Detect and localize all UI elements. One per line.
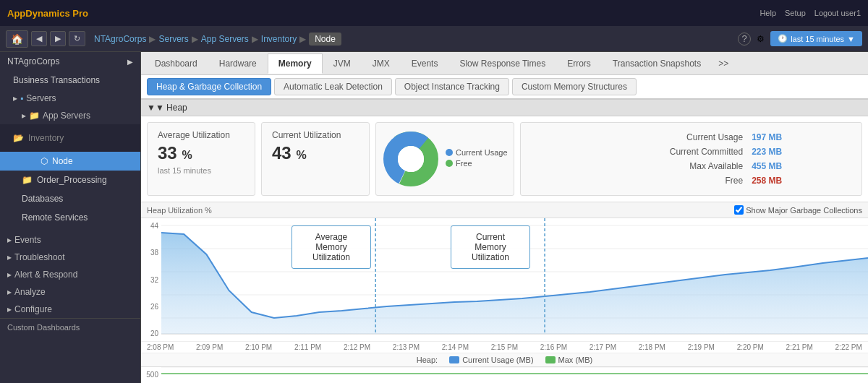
current-util-unit: % bbox=[296, 149, 306, 161]
table-row-current-committed: Current Committed 223 MB bbox=[532, 145, 850, 159]
x-label-1: 2:09 PM bbox=[196, 343, 223, 351]
sidebar-item-configure[interactable]: ▸ Configure bbox=[0, 301, 140, 318]
breadcrumb-sep2: ▶ bbox=[192, 34, 198, 44]
sidebar-item-alert-respond[interactable]: ▸ Alert & Respond bbox=[0, 266, 140, 283]
sidebar-label-remote-services: Remote Services bbox=[22, 212, 88, 223]
tab-errors[interactable]: Errors bbox=[556, 53, 602, 73]
back-button[interactable]: ◀ bbox=[31, 31, 47, 46]
breadcrumb-ntagroCorps[interactable]: NTAgroCorps bbox=[94, 34, 146, 44]
avg-utilization-card: Average Utilization 33 % last 15 minutes bbox=[147, 122, 255, 196]
arrow-icon-troubleshoot: ▸ bbox=[7, 252, 12, 262]
tab-hardware[interactable]: Hardware bbox=[208, 53, 268, 73]
avg-util-label: Average Utilization bbox=[158, 130, 244, 140]
tab-slow-response[interactable]: Slow Response Times bbox=[448, 53, 556, 73]
breadcrumb-inventory[interactable]: Inventory bbox=[261, 34, 297, 44]
chart-options: Show Major Garbage Collections bbox=[734, 205, 862, 215]
custom-dashboards[interactable]: Custom Dashboards bbox=[0, 318, 140, 336]
x-label-0: 2:08 PM bbox=[147, 343, 174, 351]
tab-snapshots[interactable]: Transaction Snapshots bbox=[602, 53, 712, 73]
time-filter-button[interactable]: 🕐 last 15 minutes ▼ bbox=[770, 31, 862, 46]
stat-label-current-committed: Current Committed bbox=[532, 145, 748, 159]
sidebar-item-troubleshoot[interactable]: ▸ Troubleshoot bbox=[0, 249, 140, 266]
time-filter-label: last 15 minutes bbox=[791, 35, 844, 43]
tab-more[interactable]: >> bbox=[712, 53, 735, 73]
current-utilization-card: Current Utilization 43 % bbox=[261, 122, 370, 196]
legend-color-current bbox=[449, 356, 459, 363]
table-row-max-available: Max Available 455 MB bbox=[532, 159, 850, 173]
tab-events[interactable]: Events bbox=[401, 53, 449, 73]
show-gc-label[interactable]: Show Major Garbage Collections bbox=[734, 205, 862, 215]
settings-icon[interactable]: ⚙ bbox=[757, 34, 765, 44]
x-label-4: 2:12 PM bbox=[344, 343, 370, 351]
sidebar-label-troubleshoot: Troubleshoot bbox=[14, 252, 65, 262]
refresh-button[interactable]: ↻ bbox=[69, 31, 85, 46]
legend-item-current-usage: Current Usage (MB) bbox=[449, 356, 533, 364]
breadcrumb-servers[interactable]: Servers bbox=[158, 34, 188, 44]
subtab-object-tracking[interactable]: Object Instance Tracking bbox=[395, 78, 509, 95]
x-axis: 2:08 PM 2:09 PM 2:10 PM 2:11 PM 2:12 PM … bbox=[141, 341, 868, 353]
breadcrumb-app-servers[interactable]: App Servers bbox=[201, 34, 249, 44]
legend-free: Free bbox=[446, 159, 508, 168]
stat-value-current-usage: 197 MB bbox=[747, 130, 850, 145]
legend-label-max: Max (MB) bbox=[558, 356, 593, 364]
sidebar-item-analyze[interactable]: ▸ Analyze bbox=[0, 283, 140, 301]
subtab-heap-gc[interactable]: Heap & Garbage Collection bbox=[147, 78, 271, 95]
chevron-icon: ▶ bbox=[127, 58, 133, 66]
nav-right: ? ⚙ 🕐 last 15 minutes ▼ bbox=[738, 31, 862, 46]
legend-item-max: Max (MB) bbox=[545, 356, 593, 364]
arrow-icon-2: ▸ bbox=[22, 111, 26, 121]
main-layout: NTAgroCorps ▶ Business Transactions ▸ ▪ … bbox=[0, 52, 868, 383]
help-link[interactable]: Help bbox=[760, 9, 776, 17]
top-bar-right: Help Setup Logout user1 bbox=[760, 9, 861, 17]
chart-title: Heap Utilization % bbox=[147, 206, 212, 215]
content-area: Dashboard Hardware Memory JVM JMX Events… bbox=[141, 52, 868, 383]
logout-link[interactable]: Logout user1 bbox=[814, 9, 861, 17]
subtab-bar: Heap & Garbage Collection Automatic Leak… bbox=[141, 75, 868, 100]
x-label-6: 2:14 PM bbox=[442, 343, 469, 351]
sidebar-item-ntagroCorps[interactable]: NTAgroCorps ▶ bbox=[0, 52, 140, 71]
section-label-heap: ▼ Heap bbox=[156, 103, 187, 113]
heap-chart-svg bbox=[161, 218, 868, 341]
stat-value-max-available: 455 MB bbox=[747, 159, 850, 173]
sidebar-label-analyze: Analyze bbox=[14, 287, 46, 297]
section-header-heap: ▼ ▼ Heap bbox=[141, 100, 868, 116]
sidebar-item-order-processing[interactable]: 📁 Order_Processing bbox=[0, 171, 140, 189]
sidebar-item-databases[interactable]: Databases bbox=[0, 189, 140, 208]
sidebar-item-remote-services[interactable]: Remote Services bbox=[0, 208, 140, 227]
tab-jmx[interactable]: JMX bbox=[362, 53, 401, 73]
sidebar-label-org: NTAgroCorps bbox=[7, 56, 59, 66]
home-button[interactable]: 🏠 bbox=[6, 30, 28, 48]
sidebar-item-inventory[interactable]: 📂 Inventory bbox=[7, 129, 133, 147]
tab-bar: Dashboard Hardware Memory JVM JMX Events… bbox=[141, 52, 868, 75]
chart-area: Heap Utilization % Show Major Garbage Co… bbox=[141, 202, 868, 383]
stats-row: Average Utilization 33 % last 15 minutes… bbox=[141, 116, 868, 202]
legend-color-max bbox=[545, 356, 556, 363]
setup-link[interactable]: Setup bbox=[785, 9, 806, 17]
sidebar-label-databases: Databases bbox=[22, 194, 63, 204]
tab-dashboard[interactable]: Dashboard bbox=[144, 53, 208, 73]
show-gc-checkbox[interactable] bbox=[734, 205, 744, 215]
forward-button[interactable]: ▶ bbox=[50, 31, 66, 46]
sidebar-item-events[interactable]: ▸ Events bbox=[0, 231, 140, 249]
chart-toolbar: Heap Utilization % Show Major Garbage Co… bbox=[141, 202, 868, 218]
arrow-icon-configure: ▸ bbox=[7, 304, 12, 314]
sidebar-group-app-servers[interactable]: ▸ 📁 App Servers bbox=[0, 107, 140, 124]
y-label-32: 32 bbox=[144, 276, 158, 284]
help-icon[interactable]: ? bbox=[738, 33, 751, 46]
legend-label-current: Current Usage bbox=[456, 148, 508, 157]
subtab-leak-detection[interactable]: Automatic Leak Detection bbox=[274, 78, 392, 95]
sidebar-item-node[interactable]: ⬡ Node bbox=[0, 152, 140, 171]
sidebar-item-business-transactions[interactable]: Business Transactions bbox=[0, 71, 140, 90]
x-label-14: 2:22 PM bbox=[835, 343, 862, 351]
sidebar-label-custom-dashboards: Custom Dashboards bbox=[7, 323, 80, 332]
sidebar-label-alert-respond: Alert & Respond bbox=[14, 270, 77, 280]
sidebar-group-servers[interactable]: ▸ ▪ Servers bbox=[0, 90, 140, 107]
avg-util-unit: % bbox=[182, 149, 192, 161]
tab-jvm[interactable]: JVM bbox=[323, 53, 362, 73]
arrow-icon-analyze: ▸ bbox=[7, 287, 12, 297]
tab-memory[interactable]: Memory bbox=[268, 53, 323, 74]
top-bar: AppDynamics Pro Help Setup Logout user1 bbox=[0, 0, 868, 26]
subtab-custom-memory[interactable]: Custom Memory Structures bbox=[512, 78, 637, 95]
sidebar: NTAgroCorps ▶ Business Transactions ▸ ▪ … bbox=[0, 52, 141, 383]
x-label-12: 2:20 PM bbox=[737, 343, 764, 351]
